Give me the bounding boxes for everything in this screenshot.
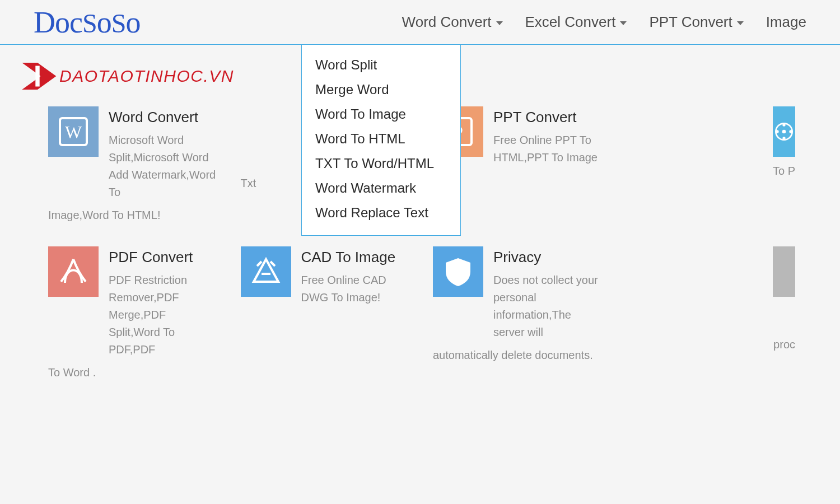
top-navbar: DocSoSo Word Convert Excel Convert PPT C…	[0, 0, 840, 45]
card-last-desc: proc	[626, 336, 796, 353]
nav-image-label: Image	[766, 13, 806, 31]
svg-line-16	[270, 262, 275, 266]
card-cad-desc: Free Online CAD DWG To Image!	[301, 272, 411, 306]
svg-point-12	[776, 130, 778, 133]
dropdown-item-word-watermark[interactable]: Word Watermark	[302, 176, 460, 200]
card-cad-to-image[interactable]: CAD To Image Free Online CAD DWG To Imag…	[241, 246, 411, 381]
watermark-glyph-icon	[17, 60, 58, 92]
shield-icon	[433, 246, 483, 297]
chevron-down-icon	[737, 21, 744, 25]
card-word-desc-bottom: Image,Word To HTML!	[48, 207, 218, 224]
nav-ppt-label: PPT Convert	[649, 13, 732, 31]
svg-text:W: W	[65, 122, 82, 142]
card-image-convert[interactable]: To P	[626, 106, 796, 224]
card-privacy-title: Privacy	[493, 249, 603, 266]
pdf-icon	[48, 246, 99, 297]
svg-point-11	[782, 137, 785, 139]
card-word-title: Word Convert	[109, 109, 218, 126]
card-ppt-desc: Free Online PPT To HTML,PPT To Image	[493, 132, 603, 166]
word-icon: W	[48, 106, 99, 157]
card-pdf-desc-bottom: To Word .	[48, 364, 218, 381]
nav-word-label: Word Convert	[402, 13, 492, 31]
dropdown-item-word-replace-text[interactable]: Word Replace Text	[302, 200, 460, 225]
svg-point-10	[789, 130, 792, 133]
nav-excel-label: Excel Convert	[525, 13, 616, 31]
card-ppt-title: PPT Convert	[493, 109, 603, 126]
cad-icon	[241, 246, 291, 297]
nav-excel-convert[interactable]: Excel Convert	[525, 13, 627, 31]
dropdown-item-word-split[interactable]: Word Split	[302, 53, 460, 77]
card-privacy[interactable]: Privacy Does not collect your personal i…	[433, 246, 603, 381]
nav-items: Word Convert Excel Convert PPT Convert I…	[402, 13, 806, 31]
dropdown-item-word-to-image[interactable]: Word To Image	[302, 102, 460, 127]
dropdown-item-word-to-html[interactable]: Word To HTML	[302, 127, 460, 151]
brand-logo[interactable]: DocSoSo	[34, 5, 140, 40]
svg-point-9	[782, 123, 785, 126]
card-cad-title: CAD To Image	[301, 249, 411, 266]
card-pdf-convert[interactable]: PDF Convert PDF Restriction Remover,PDF …	[48, 246, 218, 381]
dropdown-item-txt-to-word-html[interactable]: TXT To Word/HTML	[302, 151, 460, 176]
card-pdf-title: PDF Convert	[109, 249, 218, 266]
watermark-text: DAOTAOTINHOC.VN	[59, 68, 234, 85]
card-last[interactable]: proc	[626, 246, 796, 381]
svg-line-15	[257, 262, 262, 266]
card-word-convert[interactable]: W Word Convert Microsoft Word Split,Micr…	[48, 106, 218, 224]
nav-ppt-convert[interactable]: PPT Convert	[649, 13, 743, 31]
word-convert-dropdown: Word Split Merge Word Word To Image Word…	[301, 45, 461, 236]
svg-point-8	[782, 130, 786, 134]
card-privacy-desc-top: Does not collect your personal informati…	[493, 272, 603, 341]
card-pdf-desc-top: PDF Restriction Remover,PDF Merge,PDF Sp…	[109, 272, 218, 358]
nav-word-convert[interactable]: Word Convert	[402, 13, 503, 31]
card-image-desc: To P	[626, 162, 796, 180]
card-word-desc-top: Microsoft Word Split,Microsoft Word Add …	[109, 132, 218, 201]
watermark-overlay: DAOTAOTINHOC.VN	[17, 60, 234, 92]
image-icon	[773, 106, 795, 157]
svg-rect-2	[35, 66, 39, 87]
svg-marker-13	[254, 259, 278, 282]
card-privacy-desc-bottom: automatically delete documents.	[433, 347, 603, 364]
chevron-down-icon	[496, 21, 503, 25]
nav-image[interactable]: Image	[766, 13, 806, 31]
dropdown-item-merge-word[interactable]: Merge Word	[302, 77, 460, 102]
generic-icon	[773, 246, 795, 297]
chevron-down-icon	[620, 21, 627, 25]
